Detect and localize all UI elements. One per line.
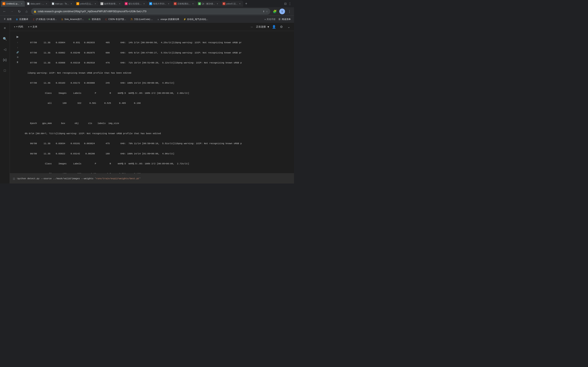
move-down-btn[interactable]: ↓ — [16, 45, 20, 49]
tab-label-qt: Qt：解决使... — [202, 2, 215, 5]
tab-yolo2[interactable]: C yolov5 识... × — [221, 1, 243, 7]
tab-label-notion: 如何有效增... — [104, 2, 117, 5]
sidebar-back-icon[interactable]: ◁ — [1, 46, 9, 53]
connecting-status: 正在连接 ▼ — [256, 25, 269, 29]
link-btn[interactable]: 🔗 — [16, 50, 20, 54]
tab-favicon-hainan: H — [149, 2, 152, 5]
new-tab-button[interactable]: + — [243, 1, 249, 7]
tab-label-student: 硕士生招生... — [129, 2, 141, 5]
tab-csdn[interactable]: C 目标检测出... × — [172, 1, 196, 7]
extensions-icon[interactable]: 🧩 — [272, 8, 278, 14]
tab-qt[interactable]: Q Qt：解决使... × — [196, 1, 221, 7]
tab-trainpy[interactable]: 📄 train.py - Te... × — [50, 1, 75, 7]
bookmark-leetcode[interactable]: 力 力扣 (LeetCode) ... — [129, 17, 154, 22]
add-code-button[interactable]: + + 代码 — [12, 24, 25, 29]
other-bookmarks-label[interactable]: 其他书签 — [267, 18, 276, 21]
delete-cell-btn[interactable]: 🗑 — [16, 60, 20, 64]
bookmarks-more[interactable]: » 其他书签 — [264, 18, 276, 21]
settings-icon[interactable]: ⚙ — [278, 24, 284, 30]
bookmark-xrange-label: xrange 的搜索结果 — [160, 18, 179, 21]
tab-close-yolo2[interactable]: × — [238, 2, 242, 5]
add-code-label: + 代码 — [16, 25, 23, 29]
tab-close-notion[interactable]: × — [118, 2, 121, 5]
share-users-icon[interactable]: 👤 — [271, 24, 277, 30]
expand-icon[interactable]: ⌄ — [286, 24, 292, 30]
tab-yolo1[interactable]: Y yolov5怎么... × — [75, 1, 99, 7]
bookmark-apps-label: 应用 — [7, 18, 11, 21]
add-text-label: + 文本 — [30, 25, 37, 29]
tab-label-datayaml: data.yaml - ... — [30, 2, 44, 5]
tab-close-hainan[interactable]: × — [167, 2, 170, 5]
tab-close-untitled[interactable]: × — [20, 2, 23, 5]
input-cell-content[interactable]: !python detect.py --source ../mask/valid… — [17, 177, 140, 180]
tab-favicon-datayaml: 📄 — [27, 2, 30, 5]
bookmark-xrange[interactable]: x xrange 的搜索结果 — [155, 17, 181, 22]
sidebar-variable-icon[interactable]: {x} — [1, 56, 9, 64]
sidebar-menu-icon[interactable]: ≡ — [1, 25, 9, 32]
share-icon[interactable]: ⬆ — [263, 10, 265, 13]
settings-cell-btn[interactable]: ⚙ — [16, 55, 20, 59]
cell-area[interactable]: ▶ ↑ ↓ 🔗 ⚙ 🗑 97/99 11.3G 0.03064 0.031 0.… — [10, 31, 294, 173]
tab-close-datayaml[interactable]: × — [45, 2, 48, 5]
more-bookmarks-icon[interactable]: » — [264, 18, 266, 21]
tab-hainan[interactable]: H 海南大学20... × — [148, 1, 172, 7]
tab-close-csdn[interactable]: × — [191, 2, 195, 5]
restore-icon[interactable]: ⊡ — [284, 2, 287, 5]
output-cell-wrapper: ▶ ↑ ↓ 🔗 ⚙ 🗑 97/99 11.3G 0.03064 0.031 0.… — [10, 33, 294, 173]
bookmark-login[interactable]: ⊕ 登录成功 — [86, 17, 102, 22]
browser-chrome: C Untitled1.ip... × 📄 data.yaml - ... × … — [0, 0, 294, 23]
url-bar[interactable]: 🔒 colab.research.google.com/drive/1RbtgY… — [31, 8, 270, 15]
bookmark-reading[interactable]: ☰ 阅读清单 — [277, 17, 292, 22]
output-line-5: Class Images Labels P R mAP@.5 mAP@.5:.9… — [22, 92, 294, 95]
output-line-11: Class Images Labels P R mAP@.5 mAP@.5:.9… — [22, 162, 294, 166]
status-dropdown-icon[interactable]: ▼ — [267, 25, 269, 28]
sink-icon: S — [61, 18, 63, 21]
plus-text-icon: + — [28, 25, 29, 28]
sidebar-search-icon[interactable]: 🔍 — [1, 35, 9, 42]
tab-student[interactable]: E 硕士生招生... × — [123, 1, 147, 7]
bookmark-sink[interactable]: S Sink_Arsenic的个... — [59, 17, 85, 22]
bookmark-reading-label: 阅读清单 — [282, 18, 291, 21]
output-line-4: 97/99 11.3G 0.03103 0.03172 0.003088 245… — [22, 81, 294, 85]
menu-icon[interactable]: ⋮ — [287, 8, 292, 14]
input-cell[interactable]: [ ] !python detect.py --source ../mask/v… — [10, 173, 294, 184]
more-toolbar-btn[interactable]: ··· — [249, 25, 254, 29]
output-content: 97/99 11.3G 0.03064 0.031 0.002833 495 6… — [22, 33, 294, 173]
account-icon[interactable]: S — [279, 8, 285, 14]
tab-untitled[interactable]: C Untitled1.ip... × — [1, 1, 25, 7]
tab-datayaml[interactable]: 📄 data.yaml - ... × — [25, 1, 50, 7]
back-button[interactable]: ← — [2, 8, 7, 14]
bookmark-csdn[interactable]: C CSDN-专业IT技... — [103, 17, 128, 22]
tab-close-qt[interactable]: × — [216, 2, 219, 5]
tab-label-yolo2: yolov5 识... — [226, 2, 237, 5]
bookmark-mail[interactable]: Z (7 封私信 / 24 条消... — [31, 17, 58, 22]
bookmark-leetcode-label: 力扣 (LeetCode) ... — [134, 18, 153, 21]
home-button[interactable]: ⌂ — [24, 8, 29, 14]
add-text-button[interactable]: + + 文本 — [26, 24, 39, 29]
tab-label-trainpy: train.py - Te... — [55, 2, 69, 5]
move-up-btn[interactable]: ↑ — [16, 40, 20, 44]
tab-close-yolo1[interactable]: × — [94, 2, 97, 5]
profile-avatar[interactable]: S — [279, 8, 285, 14]
bookmark-sink-label: Sink_Arsenic的个... — [64, 18, 84, 21]
reading-icon: ☰ — [278, 18, 281, 21]
refresh-button[interactable]: ↻ — [16, 8, 22, 14]
output-line-2: 97/99 11.3G 0.03088 0.03219 0.002918 476… — [22, 61, 294, 65]
bookmark-auto[interactable]: ⚡ 自动化_电气自动化... — [182, 17, 210, 22]
tab-close-trainpy[interactable]: × — [70, 2, 73, 5]
bookmark-csdn-label: CSDN-专业IT技... — [108, 18, 126, 21]
run-button[interactable]: ▶ — [15, 34, 20, 40]
tab-close-student[interactable]: × — [143, 2, 146, 5]
tab-bar: C Untitled1.ip... × 📄 data.yaml - ... × … — [0, 0, 294, 7]
output-line-0: 97/99 11.3G 0.03064 0.031 0.002833 495 6… — [22, 41, 294, 44]
tab-notion[interactable]: ☁ 如何有效增... × — [99, 1, 123, 7]
leetcode-icon: 力 — [130, 18, 133, 21]
bookmark-baidu[interactable]: B 百度翻译 — [14, 17, 30, 22]
left-sidebar: ≡ 🔍 ◁ {x} □ — [0, 23, 10, 184]
bookmark-apps[interactable]: ⠿ 应用 — [2, 17, 13, 22]
sidebar-folder-icon[interactable]: □ — [1, 67, 9, 74]
bookmark-star-icon[interactable]: ☆ — [266, 10, 268, 13]
csdn-icon: C — [105, 18, 108, 21]
more-icon[interactable]: ⋮ — [288, 2, 292, 6]
forward-button[interactable]: → — [9, 8, 15, 14]
